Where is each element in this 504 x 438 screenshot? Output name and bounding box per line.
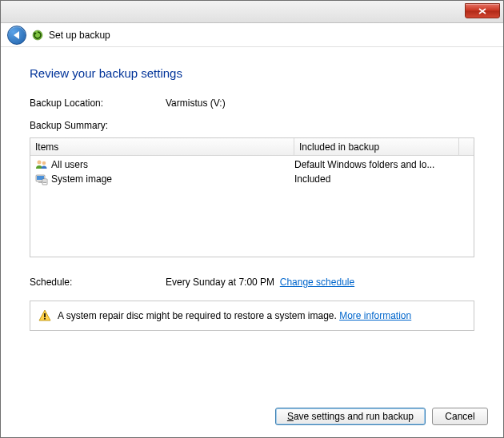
row-included-value: Default Windows folders and lo... bbox=[294, 159, 469, 170]
back-arrow-icon bbox=[14, 31, 19, 39]
system-image-icon bbox=[35, 173, 48, 185]
more-information-link[interactable]: More information bbox=[339, 310, 411, 321]
nav-bar: Set up backup bbox=[1, 23, 503, 47]
warning-icon bbox=[38, 309, 51, 322]
close-button[interactable] bbox=[465, 3, 500, 18]
summary-table: Items Included in backup All users bbox=[30, 137, 474, 257]
svg-rect-6 bbox=[42, 179, 47, 185]
backup-icon bbox=[31, 29, 44, 42]
title-bar bbox=[1, 1, 503, 23]
row-included-value: Included bbox=[294, 173, 469, 185]
backup-location-value: Varmistus (V:) bbox=[166, 98, 226, 109]
schedule-row: Schedule: Every Sunday at 7:00 PM Change… bbox=[30, 277, 474, 288]
svg-rect-9 bbox=[44, 313, 46, 317]
svg-rect-10 bbox=[44, 318, 46, 320]
table-header: Items Included in backup bbox=[30, 138, 474, 156]
save-run-button[interactable]: Save settings and run backup bbox=[275, 408, 426, 425]
table-row[interactable]: All users Default Windows folders and lo… bbox=[30, 157, 474, 172]
change-schedule-link[interactable]: Change schedule bbox=[280, 277, 354, 288]
schedule-label: Schedule: bbox=[30, 277, 166, 288]
cancel-button[interactable]: Cancel bbox=[432, 408, 488, 425]
column-included[interactable]: Included in backup bbox=[294, 138, 459, 155]
svg-rect-5 bbox=[38, 181, 42, 183]
svg-rect-7 bbox=[43, 181, 46, 181]
backup-location-label: Backup Location: bbox=[30, 98, 166, 109]
table-row[interactable]: System image Included bbox=[30, 172, 474, 186]
svg-point-1 bbox=[38, 161, 42, 165]
content-area: Review your backup settings Backup Locat… bbox=[1, 47, 503, 331]
backup-location-row: Backup Location: Varmistus (V:) bbox=[30, 98, 474, 109]
info-text: A system repair disc might be required t… bbox=[58, 310, 339, 321]
row-item-label: All users bbox=[51, 159, 88, 170]
nav-title: Set up backup bbox=[49, 30, 110, 41]
close-icon bbox=[478, 8, 486, 14]
info-box: A system repair disc might be required t… bbox=[30, 301, 474, 331]
users-icon bbox=[35, 158, 48, 171]
svg-point-2 bbox=[42, 161, 46, 165]
info-text-wrap: A system repair disc might be required t… bbox=[58, 310, 411, 321]
svg-rect-8 bbox=[43, 182, 46, 183]
column-spacer bbox=[459, 138, 474, 155]
row-item-label: System image bbox=[51, 173, 112, 185]
back-button[interactable] bbox=[7, 26, 26, 45]
backup-summary-label: Backup Summary: bbox=[30, 120, 474, 131]
column-items[interactable]: Items bbox=[30, 138, 294, 155]
button-row: Save settings and run backup Cancel bbox=[275, 408, 488, 425]
page-heading: Review your backup settings bbox=[30, 66, 474, 80]
schedule-value: Every Sunday at 7:00 PM bbox=[166, 277, 274, 288]
